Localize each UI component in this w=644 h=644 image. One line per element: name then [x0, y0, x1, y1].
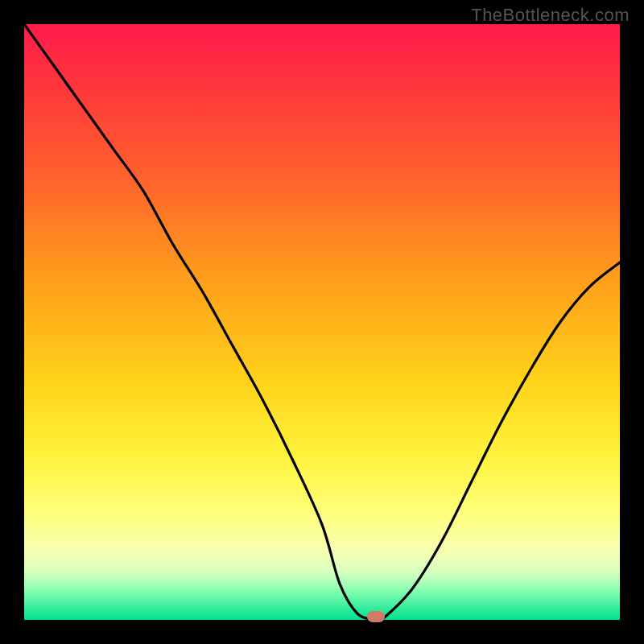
- bottleneck-curve: [24, 24, 620, 620]
- curve-svg: [24, 24, 620, 620]
- plot-area: [24, 24, 620, 620]
- optimal-marker: [367, 611, 385, 622]
- watermark-text: TheBottleneck.com: [471, 5, 630, 26]
- chart-container: TheBottleneck.com: [0, 0, 644, 644]
